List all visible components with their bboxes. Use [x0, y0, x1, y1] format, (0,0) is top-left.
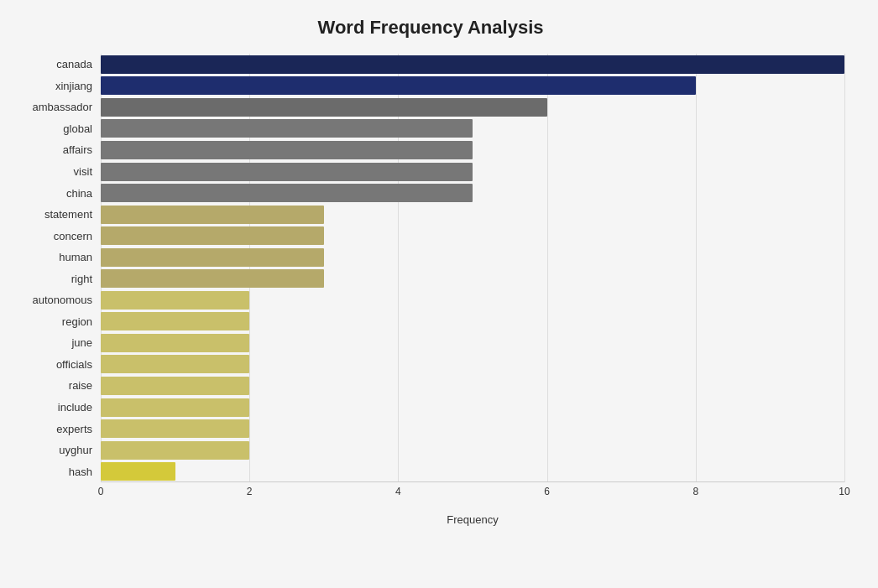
- x-tick-10: 10: [839, 486, 849, 497]
- bar-row-affairs: [101, 139, 844, 161]
- x-tick-4: 4: [395, 486, 401, 497]
- y-label-autonomous: autonomous: [17, 289, 92, 311]
- chart-area: canadaxinjiangambassadorglobalaffairsvis…: [17, 54, 844, 507]
- y-label-global: global: [17, 118, 92, 140]
- y-label-xinjiang: xinjiang: [17, 75, 92, 97]
- x-tick-0: 0: [98, 486, 104, 497]
- x-tick-2: 2: [247, 486, 253, 497]
- y-label-visit: visit: [17, 161, 92, 183]
- bar-autonomous: [101, 291, 249, 310]
- chart-container: Word Frequency Analysis canadaxinjiangam…: [0, 0, 878, 588]
- y-label-ambassador: ambassador: [17, 96, 92, 118]
- y-label-raise: raise: [17, 375, 92, 397]
- bar-ambassador: [101, 98, 547, 117]
- bar-row-visit: [101, 161, 844, 183]
- y-label-human: human: [17, 247, 92, 268]
- bar-row-ambassador: [101, 96, 844, 118]
- bar-xinjiang: [101, 76, 696, 95]
- bar-row-china: [101, 182, 844, 204]
- bar-statement: [101, 206, 324, 224]
- bar-officials: [101, 355, 249, 373]
- bar-china: [101, 184, 473, 202]
- y-label-china: china: [17, 182, 92, 204]
- bar-hash: [101, 462, 175, 481]
- y-label-uyghur: uyghur: [17, 440, 92, 461]
- y-label-include: include: [17, 397, 92, 419]
- bar-row-statement: [101, 204, 844, 226]
- bar-uyghur: [101, 441, 249, 460]
- y-label-canada: canada: [17, 54, 92, 75]
- bar-row-uyghur: [101, 440, 844, 461]
- bar-row-canada: [101, 54, 844, 75]
- x-axis-label: Frequency: [447, 513, 498, 526]
- y-label-officials: officials: [17, 354, 92, 376]
- x-axis: Frequency 0246810: [101, 482, 844, 507]
- y-label-concern: concern: [17, 225, 92, 247]
- y-label-region: region: [17, 311, 92, 333]
- bar-row-global: [101, 118, 844, 140]
- x-tick-6: 6: [544, 486, 550, 497]
- bar-row-concern: [101, 225, 844, 247]
- bars-area: Frequency 0246810: [101, 54, 844, 507]
- grid-line-10: [844, 54, 845, 482]
- y-label-hash: hash: [17, 461, 92, 482]
- bar-human: [101, 248, 324, 267]
- bar-row-experts: [101, 418, 844, 440]
- bar-row-include: [101, 397, 844, 419]
- y-label-affairs: affairs: [17, 139, 92, 161]
- y-label-june: june: [17, 332, 92, 354]
- bar-row-human: [101, 247, 844, 268]
- bar-raise: [101, 377, 249, 395]
- bar-row-autonomous: [101, 289, 844, 311]
- bar-experts: [101, 419, 249, 438]
- bar-row-xinjiang: [101, 75, 844, 97]
- y-label-statement: statement: [17, 204, 92, 226]
- bar-global: [101, 119, 473, 138]
- bar-region: [101, 312, 249, 330]
- y-labels: canadaxinjiangambassadorglobalaffairsvis…: [17, 54, 101, 507]
- bar-june: [101, 334, 249, 352]
- bar-row-region: [101, 311, 844, 333]
- bar-canada: [101, 55, 844, 74]
- y-label-right: right: [17, 268, 92, 289]
- x-tick-8: 8: [692, 486, 698, 497]
- y-label-experts: experts: [17, 418, 92, 440]
- bar-concern: [101, 226, 324, 245]
- bar-row-officials: [101, 354, 844, 376]
- bar-affairs: [101, 141, 473, 159]
- bar-row-hash: [101, 461, 844, 482]
- bar-row-june: [101, 332, 844, 354]
- chart-title: Word Frequency Analysis: [17, 17, 844, 39]
- bar-right: [101, 269, 324, 288]
- bar-row-raise: [101, 375, 844, 397]
- bar-include: [101, 398, 249, 417]
- bar-row-right: [101, 268, 844, 289]
- bar-visit: [101, 163, 473, 181]
